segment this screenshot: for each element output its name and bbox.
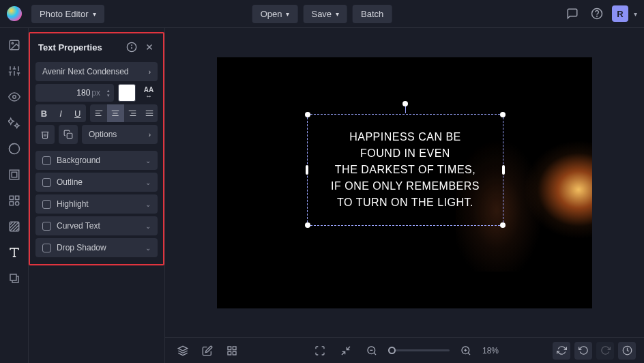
letter-case-icon[interactable]: AA↔ [140, 84, 158, 102]
color-tool-icon[interactable] [7, 141, 22, 156]
align-right-button[interactable] [124, 104, 141, 122]
app-title: Photo Editor [40, 9, 89, 19]
help-icon[interactable] [587, 4, 606, 23]
resize-handle[interactable] [306, 165, 308, 175]
drop-shadow-section[interactable]: Drop Shadow ⌄ [35, 238, 158, 257]
svg-rect-42 [228, 347, 231, 350]
slider-thumb[interactable] [388, 347, 396, 354]
italic-button[interactable]: I [53, 104, 70, 122]
svg-line-46 [347, 347, 350, 350]
chevron-down-icon: ⌄ [145, 201, 151, 208]
app-title-dropdown[interactable]: Photo Editor ▾ [31, 5, 104, 23]
svg-rect-45 [228, 351, 231, 355]
svg-line-49 [374, 353, 376, 355]
texture-tool-icon[interactable] [7, 219, 22, 234]
chevron-right-icon: › [149, 68, 151, 76]
chevron-down-icon: ⌄ [145, 157, 151, 164]
svg-rect-44 [233, 351, 236, 355]
chevron-down-icon: ⌄ [145, 179, 151, 186]
adjust-tool-icon[interactable] [7, 63, 22, 78]
svg-rect-40 [67, 133, 72, 139]
font-family-select[interactable]: Avenir Next Condensed › [35, 62, 158, 81]
svg-rect-43 [233, 347, 236, 350]
layers-tool-icon[interactable] [7, 271, 22, 286]
fullscreen-icon[interactable] [310, 341, 330, 360]
panel-title: Text Properties [38, 42, 102, 53]
font-size-input[interactable]: 180px ▴ ▾ [35, 84, 114, 102]
comments-icon[interactable] [563, 4, 582, 23]
underline-button[interactable]: U [69, 104, 86, 122]
chevron-down-icon[interactable]: ▾ [634, 10, 637, 18]
history-icon[interactable] [618, 342, 636, 360]
options-dropdown[interactable]: Options › [82, 125, 158, 144]
compare-icon[interactable] [553, 342, 570, 360]
frame-tool-icon[interactable] [7, 167, 22, 182]
zoom-level: 18% [482, 346, 499, 355]
checkbox-icon[interactable] [42, 200, 51, 209]
delete-button[interactable] [35, 125, 55, 144]
text-color-swatch[interactable] [118, 84, 136, 102]
close-icon[interactable] [143, 40, 156, 54]
highlight-section[interactable]: Highlight ⌄ [35, 194, 158, 214]
shapes-tool-icon[interactable] [7, 193, 22, 208]
canvas-area: HAPPINESS CAN BE FOUND IN EVEN THE DARKE… [165, 28, 644, 363]
svg-point-20 [15, 202, 18, 205]
undo-icon[interactable] [574, 342, 592, 360]
batch-button[interactable]: Batch [353, 5, 392, 23]
svg-rect-19 [10, 202, 13, 205]
grid-icon[interactable] [222, 341, 241, 360]
topbar: Photo Editor ▾ Open ▾ Save ▾ Batch R ▾ [0, 0, 644, 28]
edit-icon[interactable] [198, 341, 217, 360]
bottom-toolbar: 18% [165, 337, 644, 363]
zoom-out-icon[interactable] [362, 341, 381, 360]
save-button[interactable]: Save ▾ [303, 5, 347, 23]
resize-handle[interactable] [305, 112, 310, 117]
properties-panel: Text Properties Avenir Next Condensed › … [29, 28, 165, 363]
outline-section[interactable]: Outline ⌄ [35, 173, 158, 192]
resize-handle[interactable] [305, 222, 310, 228]
layers-icon[interactable] [173, 341, 192, 360]
effects-tool-icon[interactable] [7, 115, 22, 130]
bold-button[interactable]: B [35, 104, 53, 122]
redo-icon[interactable] [596, 342, 614, 360]
checkbox-icon[interactable] [42, 178, 51, 187]
background-section[interactable]: Background ⌄ [35, 151, 158, 170]
open-button[interactable]: Open ▾ [252, 5, 298, 23]
step-up-icon[interactable]: ▴ [107, 88, 110, 93]
svg-point-25 [132, 45, 132, 46]
svg-point-1 [597, 16, 598, 16]
chevron-down-icon: ▾ [336, 10, 339, 18]
svg-rect-16 [12, 172, 17, 177]
chevron-down-icon: ⌄ [145, 222, 151, 230]
curved-text-section[interactable]: Curved Text ⌄ [35, 216, 158, 235]
svg-rect-15 [10, 170, 19, 179]
chevron-down-icon: ⌄ [145, 244, 151, 252]
checkbox-icon[interactable] [42, 156, 51, 165]
svg-rect-18 [15, 196, 18, 199]
chevron-down-icon: ▾ [93, 10, 96, 18]
checkbox-icon[interactable] [42, 222, 51, 231]
resize-handle[interactable] [502, 165, 505, 175]
svg-line-47 [342, 351, 345, 355]
align-justify-button[interactable] [141, 104, 158, 122]
rotate-handle[interactable] [402, 101, 408, 106]
image-tool-icon[interactable] [7, 38, 22, 53]
resize-handle[interactable] [500, 112, 506, 117]
text-selection-box[interactable]: HAPPINESS CAN BE FOUND IN EVEN THE DARKE… [307, 114, 503, 226]
text-tool-icon[interactable] [7, 245, 22, 260]
checkbox-icon[interactable] [42, 244, 51, 252]
canvas-text[interactable]: HAPPINESS CAN BE FOUND IN EVEN THE DARKE… [331, 129, 480, 211]
zoom-in-icon[interactable] [456, 341, 475, 360]
align-center-button[interactable] [107, 104, 124, 122]
duplicate-button[interactable] [59, 125, 78, 144]
canvas[interactable]: HAPPINESS CAN BE FOUND IN EVEN THE DARKE… [217, 57, 592, 308]
app-logo[interactable] [7, 6, 22, 21]
avatar[interactable]: R [612, 5, 628, 22]
info-icon[interactable] [125, 40, 138, 54]
fit-icon[interactable] [336, 341, 355, 360]
step-down-icon[interactable]: ▾ [107, 93, 110, 98]
align-left-button[interactable] [90, 104, 107, 122]
zoom-slider[interactable] [388, 349, 450, 351]
eye-tool-icon[interactable] [7, 89, 22, 104]
resize-handle[interactable] [500, 222, 506, 228]
